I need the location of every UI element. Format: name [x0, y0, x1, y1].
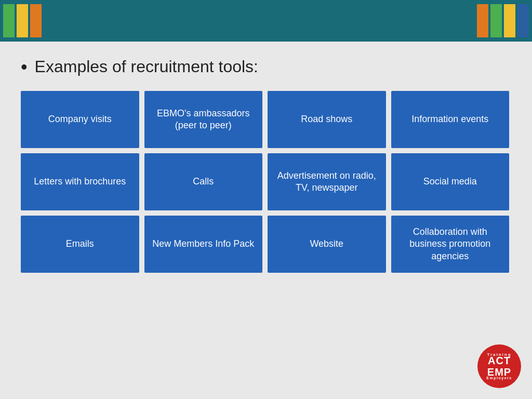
bullet-title: • Examples of recruitment tools:	[21, 57, 511, 76]
tile-grid: Company visitsEBMO's ambassadors (peer t…	[21, 91, 509, 273]
tile-website: Website	[268, 216, 386, 273]
strip-yellow	[17, 4, 28, 37]
strip-orange2	[477, 4, 488, 37]
tile-advertisement-radio: Advertisement on radio, TV, newspaper	[268, 153, 386, 210]
tile-letters-brochures: Letters with brochures	[21, 153, 139, 210]
strip-orange	[30, 4, 42, 37]
strip-blue2	[517, 4, 529, 37]
employers-text: Employers	[486, 376, 512, 381]
bullet-dot: •	[21, 58, 28, 76]
header-bar	[0, 0, 532, 42]
tile-information-events: Information events	[391, 91, 510, 148]
strip-green2	[490, 4, 502, 37]
tile-new-members-pack: New Members Info Pack	[144, 216, 263, 273]
tile-road-shows: Road shows	[268, 91, 386, 148]
tile-collaboration-agencies: Collaboration with business promotion ag…	[391, 216, 510, 273]
tile-social-media: Social media	[391, 153, 510, 210]
slide-title: Examples of recruitment tools:	[35, 57, 258, 76]
main-content: • Examples of recruitment tools: Company…	[0, 42, 532, 283]
color-strip-left	[0, 0, 45, 42]
tile-company-visits: Company visits	[21, 91, 139, 148]
color-strip-right	[474, 0, 532, 42]
tile-ebmo-ambassadors: EBMO's ambassadors (peer to peer)	[144, 91, 263, 148]
act-emp-text: ACTEMP	[487, 355, 511, 378]
logo-circle: Training ACTEMP Employers	[477, 344, 521, 388]
tile-calls: Calls	[144, 153, 263, 210]
tile-emails: Emails	[21, 216, 139, 273]
strip-green	[3, 4, 15, 37]
strip-yellow2	[504, 4, 515, 37]
training-text: Training	[487, 352, 511, 357]
logo-area: Training ACTEMP Employers	[476, 343, 523, 390]
